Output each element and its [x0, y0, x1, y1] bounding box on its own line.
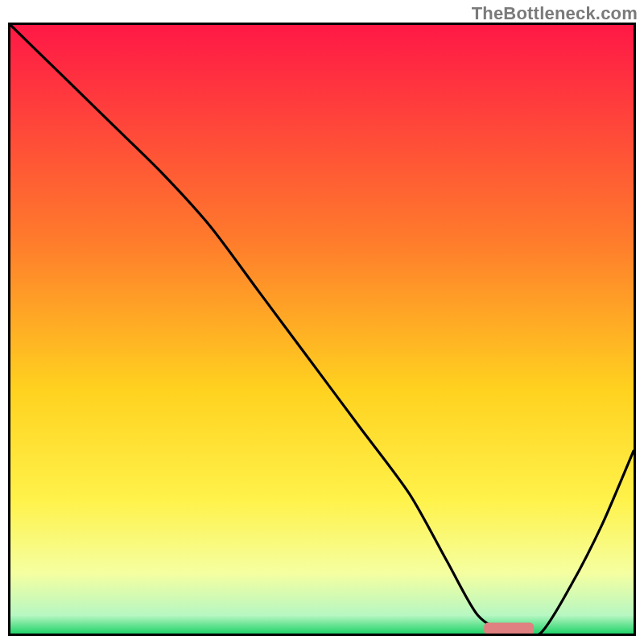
chart-container: TheBottleneck.com: [0, 0, 644, 644]
optimal-marker: [484, 622, 534, 634]
plot-svg: [10, 25, 634, 634]
plot-frame: [8, 23, 636, 636]
watermark-text: TheBottleneck.com: [472, 3, 638, 24]
